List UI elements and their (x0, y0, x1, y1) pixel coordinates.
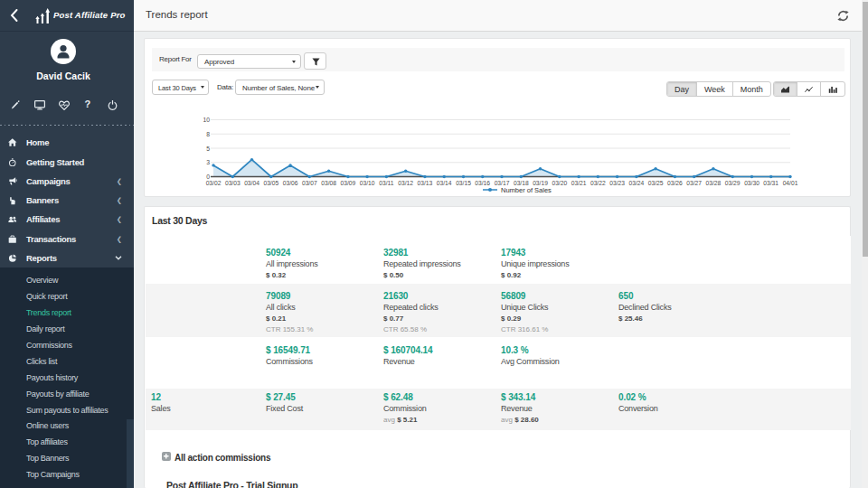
svg-text:03/13: 03/13 (418, 180, 433, 186)
svg-text:04/01: 04/01 (783, 180, 798, 186)
svg-text:03/18: 03/18 (514, 180, 529, 186)
svg-text:03/15: 03/15 (456, 180, 471, 186)
svg-text:03/29: 03/29 (725, 180, 741, 186)
svg-text:03/02: 03/02 (206, 180, 222, 186)
svg-text:03/12: 03/12 (398, 180, 413, 186)
svg-text:03/07: 03/07 (302, 180, 317, 186)
svg-text:03/08: 03/08 (321, 180, 336, 186)
svg-text:03/30: 03/30 (744, 180, 760, 186)
svg-text:10: 10 (203, 117, 210, 123)
svg-text:3: 3 (206, 159, 210, 165)
svg-text:03/14: 03/14 (437, 180, 452, 186)
svg-text:03/03: 03/03 (225, 180, 241, 186)
svg-text:03/16: 03/16 (475, 180, 490, 186)
svg-text:03/23: 03/23 (609, 180, 625, 186)
svg-text:03/17: 03/17 (495, 180, 510, 186)
svg-text:03/09: 03/09 (341, 180, 356, 186)
svg-text:03/19: 03/19 (533, 180, 548, 186)
svg-text:8: 8 (206, 131, 210, 137)
svg-text:03/27: 03/27 (686, 180, 702, 186)
svg-text:03/28: 03/28 (706, 180, 722, 186)
svg-text:5: 5 (206, 145, 210, 152)
svg-text:03/20: 03/20 (552, 180, 567, 186)
svg-text:03/06: 03/06 (283, 180, 298, 186)
svg-text:03/04: 03/04 (244, 180, 259, 186)
svg-text:Number of Sales: Number of Sales (501, 186, 552, 194)
svg-text:03/05: 03/05 (263, 180, 278, 186)
svg-text:03/26: 03/26 (667, 180, 683, 186)
svg-text:03/31: 03/31 (763, 180, 778, 186)
svg-text:03/24: 03/24 (629, 180, 645, 186)
svg-text:03/22: 03/22 (590, 180, 606, 186)
svg-text:03/10: 03/10 (360, 180, 375, 186)
svg-text:03/21: 03/21 (571, 180, 587, 186)
svg-text:03/25: 03/25 (648, 180, 664, 186)
svg-text:03/11: 03/11 (379, 180, 394, 186)
